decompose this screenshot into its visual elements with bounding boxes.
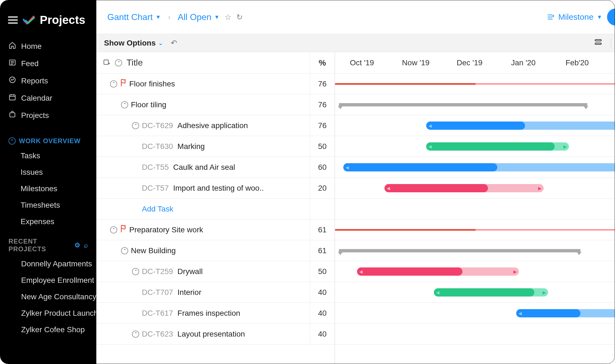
task-row[interactable]: ⌃New Building61 xyxy=(96,240,335,261)
gantt-row[interactable]: ◀▶ xyxy=(335,157,615,178)
arrow-left-icon: ◀ xyxy=(518,311,522,316)
task-row[interactable]: DC-T57Import and testing of woo..20 xyxy=(96,178,335,199)
gantt-row[interactable]: ◀▶ xyxy=(335,282,615,303)
collapse-icon[interactable]: ⌃ xyxy=(9,137,16,145)
task-bar[interactable]: ◀▶ xyxy=(426,122,615,130)
task-title-cell: Add Task xyxy=(96,205,310,213)
collapse-icon[interactable]: ⌃ xyxy=(132,268,139,275)
nav-home[interactable]: Home xyxy=(0,38,96,55)
task-icon xyxy=(103,59,111,67)
nav-reports[interactable]: Reports xyxy=(0,72,96,89)
gantt-row[interactable]: ◀▶ xyxy=(335,261,615,282)
task-row[interactable]: DC-T630Marking50 xyxy=(96,136,335,157)
summary-bar[interactable] xyxy=(339,249,580,252)
nav-feed[interactable]: Feed xyxy=(0,55,96,72)
task-bar[interactable]: ◀▶ xyxy=(516,309,615,317)
collapse-icon[interactable]: ⌃ xyxy=(132,122,139,129)
task-row[interactable]: ⌃Preparatory Site work61 xyxy=(96,219,335,240)
pct-column-header[interactable]: % xyxy=(310,52,335,73)
gantt-row[interactable] xyxy=(335,219,615,240)
view-selector[interactable]: Gantt Chart ▼ xyxy=(107,12,161,22)
gantt-row[interactable] xyxy=(335,94,615,115)
milestone-icon xyxy=(547,13,555,21)
work-overview-heading[interactable]: ⌃ WORK OVERVIEW xyxy=(0,129,96,148)
refresh-icon[interactable]: ↻ xyxy=(236,13,243,22)
nav-projects[interactable]: Projects xyxy=(0,107,96,124)
task-row[interactable]: DC-T55Caulk and Air seal60 xyxy=(96,157,335,178)
undo-icon[interactable]: ↶ xyxy=(171,38,177,47)
grouping-selector[interactable]: Milestone ▼ xyxy=(547,12,602,22)
recent-project[interactable]: Zylker Product Launch xyxy=(0,305,96,321)
add-task-inline[interactable]: Add Task xyxy=(142,205,173,213)
recent-project[interactable]: Donnelly Apartments xyxy=(0,256,96,272)
filter-selector[interactable]: All Open ▼ xyxy=(178,12,220,22)
gantt-row[interactable] xyxy=(335,199,615,219)
arrow-left-icon: ◀ xyxy=(428,123,432,128)
feed-icon xyxy=(9,59,16,68)
arrow-left-icon: ◀ xyxy=(387,185,390,191)
collapse-all-icon[interactable]: ⌃ xyxy=(115,59,122,66)
milestone-bar[interactable] xyxy=(335,83,615,84)
show-options-label: Show Options xyxy=(104,39,156,47)
month-header: Feb'20 xyxy=(550,58,604,67)
task-title-cell: ⌃Preparatory Site work xyxy=(96,225,310,235)
task-bar[interactable]: ◀▶ xyxy=(384,184,544,192)
collapse-icon[interactable]: ⌃ xyxy=(132,331,139,338)
brand-title: Projects xyxy=(40,13,85,27)
nav-milestones[interactable]: Milestones xyxy=(0,180,96,197)
task-id: DC-T707 xyxy=(142,288,173,297)
collapse-icon[interactable]: ⌃ xyxy=(110,226,117,233)
nav-calendar[interactable]: Calendar xyxy=(0,89,96,107)
recent-projects-heading: RECENT PROJECTS ⚙ ⌕ xyxy=(0,230,96,256)
star-icon[interactable]: ☆ xyxy=(224,13,231,22)
gantt-row[interactable] xyxy=(335,240,615,261)
task-title: Floor tiling xyxy=(131,100,166,109)
task-row[interactable]: ⌃Floor finishes76 xyxy=(96,74,335,94)
task-row[interactable]: ⌃Floor tiling76 xyxy=(96,94,335,115)
task-bar[interactable]: ◀▶ xyxy=(426,142,569,151)
collapse-icon[interactable]: ⌃ xyxy=(110,80,117,88)
task-title: New Building xyxy=(131,246,176,255)
nav-issues[interactable]: Issues xyxy=(0,164,96,180)
summary-bar[interactable] xyxy=(339,103,587,106)
hamburger-icon[interactable] xyxy=(8,16,18,24)
search-icon[interactable]: ⌕ xyxy=(84,241,88,249)
gantt-row[interactable]: ◀▶ xyxy=(335,178,615,199)
nav-timesheets[interactable]: Timesheets xyxy=(0,197,96,213)
task-row[interactable]: ⌃DC-T629Adhesive application76 xyxy=(96,115,335,136)
pct-cell: 50 xyxy=(310,261,335,282)
title-column-header[interactable]: ⌃ Title xyxy=(96,58,310,68)
gantt-row[interactable]: ◀▶ xyxy=(335,136,615,157)
gantt-row[interactable] xyxy=(335,324,615,345)
gantt-row[interactable]: ◀▶ xyxy=(335,303,615,324)
recent-project[interactable]: Employee Enrollment xyxy=(0,272,96,289)
milestone-bar[interactable] xyxy=(335,229,615,230)
gantt-row[interactable] xyxy=(335,74,615,94)
view-mode-1-icon[interactable] xyxy=(594,38,603,47)
nav-expenses[interactable]: Expenses xyxy=(0,213,96,230)
show-options-button[interactable]: Show Options ⌄ xyxy=(104,39,163,47)
month-header: Jan '20 xyxy=(496,58,550,67)
task-bar[interactable]: ◀▶ xyxy=(343,163,615,171)
task-row[interactable]: Add Task xyxy=(96,199,335,219)
settings-icon[interactable]: ⚙ xyxy=(74,241,81,249)
gantt-row[interactable]: ◀▶ xyxy=(335,115,615,136)
month-header: Oct '19 xyxy=(335,58,389,67)
add-task-button[interactable]: Add Task ▼ xyxy=(607,9,615,26)
task-bar[interactable]: ◀▶ xyxy=(357,267,519,276)
arrow-left-icon: ◀ xyxy=(428,144,432,149)
recent-project[interactable]: New Age Consultancy xyxy=(0,289,96,305)
svg-rect-4 xyxy=(595,39,601,41)
collapse-icon[interactable]: ⌃ xyxy=(121,247,128,254)
task-row[interactable]: ⌃DC-T259Drywall50 xyxy=(96,261,335,282)
task-row[interactable]: ⌃DC-T623Layout presentation40 xyxy=(96,324,335,345)
pct-cell: 76 xyxy=(310,115,335,136)
task-row[interactable]: DC-T617Frames inspection40 xyxy=(96,303,335,324)
recent-project[interactable]: Zylker Cofee Shop xyxy=(0,321,96,338)
task-row[interactable]: DC-T707Interior40 xyxy=(96,282,335,303)
milestone-flag-icon xyxy=(120,79,127,89)
work-overview-label: WORK OVERVIEW xyxy=(19,137,81,145)
collapse-icon[interactable]: ⌃ xyxy=(121,101,128,108)
nav-tasks[interactable]: Tasks xyxy=(0,148,96,164)
task-bar[interactable]: ◀▶ xyxy=(434,288,548,297)
